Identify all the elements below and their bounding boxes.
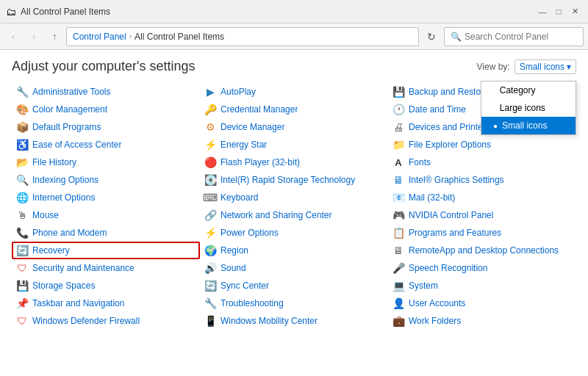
list-item[interactable]: 🔍 Indexing Options bbox=[12, 171, 200, 189]
list-item[interactable]: 📱 Windows Mobility Center bbox=[200, 312, 388, 330]
refresh-button[interactable]: ↻ bbox=[422, 27, 441, 46]
work-folders-icon: 💼 bbox=[392, 315, 404, 327]
list-item[interactable]: 📞 Phone and Modem bbox=[12, 224, 200, 242]
list-item[interactable]: 🖱 Mouse bbox=[12, 206, 200, 224]
window-controls: — □ ✕ bbox=[535, 4, 582, 19]
credential-icon: 🔑 bbox=[204, 104, 216, 115]
internet-options-icon: 🌐 bbox=[16, 192, 28, 203]
sync-center-label: Sync Center bbox=[220, 281, 269, 291]
autoplay-icon: ▶ bbox=[204, 86, 216, 98]
network-label: Network and Sharing Center bbox=[220, 210, 331, 220]
devices-printers-label: Devices and Printers bbox=[409, 122, 490, 132]
list-item[interactable]: 🎤 Speech Recognition bbox=[388, 259, 576, 277]
list-item[interactable]: ⌨ Keyboard bbox=[200, 189, 388, 206]
maximize-button[interactable]: □ bbox=[551, 4, 566, 19]
indexing-icon: 🔍 bbox=[16, 174, 28, 186]
list-item[interactable]: A Fonts bbox=[388, 153, 576, 171]
windows-defender-icon: 🛡 bbox=[16, 315, 28, 327]
list-item[interactable]: 🎨 Color Management bbox=[12, 101, 200, 118]
search-box[interactable]: 🔍 bbox=[444, 27, 584, 46]
mail-icon: 📧 bbox=[392, 192, 404, 203]
user-accounts-icon: 👤 bbox=[392, 297, 404, 309]
up-button[interactable]: ↑ bbox=[46, 28, 63, 46]
recovery-item[interactable]: 🔄 Recovery bbox=[12, 242, 200, 259]
address-box[interactable]: Control Panel › All Control Panel Items bbox=[66, 27, 419, 46]
list-item[interactable]: 🛡 Security and Maintenance bbox=[12, 259, 200, 277]
close-button[interactable]: ✕ bbox=[567, 4, 582, 19]
list-item[interactable]: 🔊 Sound bbox=[200, 259, 388, 277]
dropdown-small-icons[interactable]: ● Small icons bbox=[481, 117, 576, 134]
backup-icon: 💾 bbox=[392, 86, 404, 98]
security-icon: 🛡 bbox=[16, 262, 28, 274]
list-item[interactable]: ▶ AutoPlay bbox=[200, 83, 388, 101]
list-item[interactable]: ♿ Ease of Access Center bbox=[12, 136, 200, 153]
list-item[interactable]: 🔴 Flash Player (32-bit) bbox=[200, 153, 388, 171]
dropdown-category[interactable]: Category bbox=[481, 82, 576, 99]
default-programs-label: Default Programs bbox=[32, 122, 101, 132]
work-folders-label: Work Folders bbox=[409, 316, 461, 326]
system-icon: 💻 bbox=[392, 280, 404, 292]
list-item[interactable]: 🛡 Windows Defender Firewall bbox=[12, 312, 200, 330]
phone-modem-icon: 📞 bbox=[16, 227, 28, 239]
remote-app-icon: 🖥 bbox=[392, 245, 404, 256]
list-item[interactable]: 🎮 NVIDIA Control Panel bbox=[388, 206, 576, 224]
admin-tools-label: Administrative Tools bbox=[32, 87, 111, 97]
list-item[interactable]: 💻 System bbox=[388, 277, 576, 294]
mouse-icon: 🖱 bbox=[16, 209, 28, 221]
list-item[interactable]: 💼 Work Folders bbox=[388, 312, 576, 330]
list-item[interactable]: 🔗 Network and Sharing Center bbox=[200, 206, 388, 224]
window-title: All Control Panel Items bbox=[21, 7, 110, 17]
list-item[interactable]: 📧 Mail (32-bit) bbox=[388, 189, 576, 206]
list-item[interactable]: 💽 Intel(R) Rapid Storage Technology bbox=[200, 171, 388, 189]
power-options-label: Power Options bbox=[220, 228, 279, 238]
default-programs-icon: 📦 bbox=[16, 121, 28, 133]
forward-button[interactable]: › bbox=[25, 28, 43, 46]
recovery-icon: 🔄 bbox=[16, 245, 28, 256]
energy-star-icon: ⚡ bbox=[204, 139, 216, 151]
list-item[interactable]: 📋 Programs and Features bbox=[388, 224, 576, 242]
list-item[interactable]: 🔑 Credential Manager bbox=[200, 101, 388, 118]
list-item[interactable]: 🌐 Internet Options bbox=[12, 189, 200, 206]
ease-access-icon: ♿ bbox=[16, 139, 28, 151]
list-item[interactable]: 👤 User Accounts bbox=[388, 294, 576, 312]
recovery-label: Recovery bbox=[32, 245, 70, 256]
sound-icon: 🔊 bbox=[204, 262, 216, 274]
view-by-dropdown[interactable]: Small icons ▾ bbox=[514, 59, 576, 74]
minimize-button[interactable]: — bbox=[535, 4, 550, 19]
user-accounts-label: User Accounts bbox=[409, 298, 465, 308]
list-item[interactable]: 🔧 Administrative Tools bbox=[12, 83, 200, 101]
list-item[interactable]: 💾 Storage Spaces bbox=[12, 277, 200, 294]
list-item[interactable]: 🖥 RemoteApp and Desktop Connections bbox=[388, 242, 576, 259]
devices-printers-icon: 🖨 bbox=[392, 121, 404, 133]
check-icon: ● bbox=[493, 122, 498, 130]
list-item[interactable]: 🔧 Troubleshooting bbox=[200, 294, 388, 312]
color-mgmt-label: Color Management bbox=[32, 104, 107, 115]
internet-options-label: Internet Options bbox=[32, 192, 95, 203]
list-item[interactable]: ⚡ Power Options bbox=[200, 224, 388, 242]
list-item[interactable]: 📦 Default Programs bbox=[12, 118, 200, 136]
list-item[interactable]: ⚙ Device Manager bbox=[200, 118, 388, 136]
back-button[interactable]: ‹ bbox=[4, 28, 22, 46]
page-title: Adjust your computer's settings bbox=[12, 59, 196, 74]
sync-center-icon: 🔄 bbox=[204, 280, 216, 292]
list-item[interactable]: 📌 Taskbar and Navigation bbox=[12, 294, 200, 312]
energy-star-label: Energy Star bbox=[220, 140, 267, 150]
breadcrumb-control-panel[interactable]: Control Panel bbox=[73, 32, 126, 42]
address-bar: ‹ › ↑ Control Panel › All Control Panel … bbox=[0, 24, 588, 50]
phone-modem-label: Phone and Modem bbox=[32, 228, 107, 238]
list-item[interactable]: 📁 File Explorer Options bbox=[388, 136, 576, 153]
breadcrumb-separator: › bbox=[129, 32, 132, 40]
troubleshooting-label: Troubleshooting bbox=[220, 298, 284, 308]
view-by-label: View by: bbox=[477, 62, 510, 72]
list-item[interactable]: 📂 File History bbox=[12, 153, 200, 171]
device-manager-label: Device Manager bbox=[220, 122, 284, 132]
autoplay-label: AutoPlay bbox=[220, 87, 256, 97]
search-input[interactable] bbox=[465, 32, 577, 42]
power-options-icon: ⚡ bbox=[204, 227, 216, 239]
list-item[interactable]: 🌍 Region bbox=[200, 242, 388, 259]
list-item[interactable]: 🖥 Intel® Graphics Settings bbox=[388, 171, 576, 189]
dropdown-large-icons[interactable]: Large icons bbox=[481, 99, 576, 117]
list-item[interactable]: 🔄 Sync Center bbox=[200, 277, 388, 294]
list-item[interactable]: ⚡ Energy Star bbox=[200, 136, 388, 153]
security-label: Security and Maintenance bbox=[32, 263, 135, 273]
